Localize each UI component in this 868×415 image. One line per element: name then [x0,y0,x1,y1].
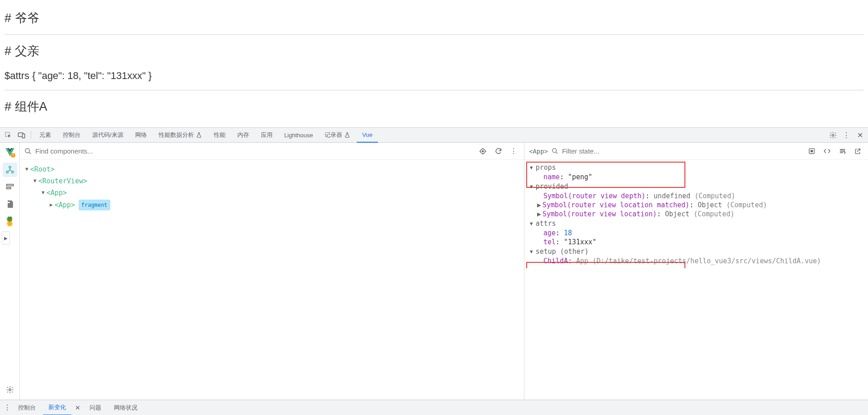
device-toggle-icon[interactable] [15,129,28,141]
setup-header[interactable]: ▼setup (other) [530,247,868,256]
setup-section: ▼setup (other) ChildA: App (D:/taike/tes… [524,247,868,266]
close-devtools-icon[interactable]: ✕ [854,129,866,141]
drawer-tab-network-conditions[interactable]: 网络状况 [108,400,143,415]
fragment-badge: fragment [79,200,110,210]
provided-item[interactable]: Symbol(router view depth): undefined (Co… [530,191,868,201]
provided-header[interactable]: ▼provided [530,182,868,191]
provided-item[interactable]: ▶Symbol(router view location): Object (C… [530,210,868,219]
heading-grandpa: # 爷爷 [5,10,863,26]
timeline-tab-icon[interactable] [3,180,17,194]
value: 18 [564,229,572,237]
filter-state-input[interactable] [562,147,802,155]
inspect-dom-icon[interactable] [821,145,833,157]
tree-node-routerview[interactable]: ▼<RouterView> [20,175,524,187]
svg-point-17 [811,150,812,152]
console-drawer: ⋮ 控制台 新变化 ✕ 问题 网络状况 [0,400,868,415]
drawer-tab-changes[interactable]: 新变化 [43,400,71,415]
section-label: provided [536,182,568,191]
close-tab-icon[interactable]: ✕ [73,404,82,411]
gear-icon[interactable] [826,129,839,141]
key: Symbol(router view location) [542,210,657,218]
value: Object [698,201,722,209]
meta: (Computed) [694,192,735,200]
divider [5,34,863,35]
key: age [543,229,556,237]
more-vert-icon[interactable]: ⋮ [4,403,11,412]
tab-application[interactable]: 应用 [255,128,278,143]
state-pane: <App> [524,143,868,400]
search-icon [552,148,558,154]
tab-performance[interactable]: 性能 [208,128,231,143]
attr-tel[interactable]: tel: "131xxx" [530,238,868,247]
tab-lighthouse[interactable]: Lighthouse [279,128,319,143]
section-label: attrs [536,219,556,228]
tab-elements[interactable]: 元素 [34,128,57,143]
tree-node-app[interactable]: ▼<App> [20,187,524,199]
svg-point-11 [9,389,11,391]
find-components-input[interactable] [35,147,473,155]
key: ChildA [543,257,568,265]
value: Object [665,210,689,218]
svg-point-5 [9,166,10,168]
svg-point-3 [832,134,834,136]
tree-node-app-child[interactable]: ▶<App>fragment [20,199,524,211]
setup-childa[interactable]: ChildA: App (D:/taike/test-projects/hell… [530,256,868,266]
attr-age[interactable]: age: 18 [530,228,868,238]
inspect-element-icon[interactable] [2,129,14,141]
tree-label: <App> [55,200,75,210]
tab-performance-insights[interactable]: 性能数据分析 [153,128,208,143]
section-label: setup (other) [536,247,589,256]
tab-recorder[interactable]: 记录器 [319,128,356,143]
drawer-tab-console[interactable]: 控制台 [13,400,41,415]
tab-console[interactable]: 控制台 [57,128,86,143]
refresh-icon[interactable] [492,145,504,157]
provided-section: ▼provided Symbol(router view depth): und… [524,182,868,219]
key: Symbol(router view location matched) [542,201,689,209]
devtools-panel: 元素 控制台 源代码/来源 网络 性能数据分析 性能 内存 应用 Lightho… [0,127,868,415]
tab-label: 性能数据分析 [159,131,194,139]
drawer-tab-issues[interactable]: 问题 [84,400,107,415]
devtools-tabstrip: 元素 控制台 源代码/来源 网络 性能数据分析 性能 内存 应用 Lightho… [0,128,868,143]
scroll-to-component-icon[interactable] [806,145,817,157]
pinia-tab-icon[interactable]: 🍍 [3,214,17,228]
tree-node-root[interactable]: ▼<Root> [20,163,524,175]
separator [31,131,31,139]
heading-component-a: # 组件A [5,98,863,115]
meta: (Computed) [726,201,767,209]
value: undefined [654,192,690,200]
attrs-text: $attrs { "age": 18, "tel": "131xxx" } [5,70,863,82]
state-body: ▼props name: "peng" ▼provided Symbol(rou… [524,160,868,268]
settings-icon[interactable] [3,382,17,397]
tab-sources[interactable]: 源代码/来源 [87,128,129,143]
vue-devtools-body: 🍍 ▶ ⋮ ▼<Root> [0,143,868,400]
tab-network[interactable]: 网络 [130,128,152,143]
tree-label: <App> [47,188,67,198]
svg-rect-8 [6,184,13,186]
tab-vue[interactable]: Vue [357,128,378,143]
vue-logo-icon[interactable] [3,145,17,160]
components-tab-icon[interactable] [3,163,17,177]
value: "peng" [568,173,592,181]
component-tree: ▼<Root> ▼<RouterView> ▼<App> ▶<App>fragm… [20,160,524,215]
key: Symbol(router view depth) [543,192,646,200]
section-label: props [536,163,556,172]
flask-icon [196,132,202,138]
open-in-editor-icon[interactable] [852,145,863,157]
value: "131xxx" [564,238,596,246]
svg-rect-9 [6,187,10,189]
svg-point-15 [552,149,557,153]
routes-tab-icon[interactable] [3,197,17,211]
provided-item[interactable]: ▶Symbol(router view location matched): O… [530,201,868,210]
more-vert-icon[interactable]: ⋮ [840,129,853,141]
attrs-header[interactable]: ▼attrs [530,219,868,228]
page-content: # 爷爷 # 父亲 $attrs { "age": 18, "tel": "13… [0,0,868,127]
target-icon[interactable] [477,145,489,157]
prop-name[interactable]: name: "peng" [530,173,868,182]
expand-handle-icon[interactable]: ▶ [2,231,10,245]
heading-father: # 父亲 [5,43,863,59]
more-vert-icon[interactable]: ⋮ [508,145,519,157]
selected-component-crumb: <App> [529,148,548,155]
props-header[interactable]: ▼props [530,163,868,173]
tab-memory[interactable]: 内存 [232,128,255,143]
show-render-code-icon[interactable] [836,145,848,157]
